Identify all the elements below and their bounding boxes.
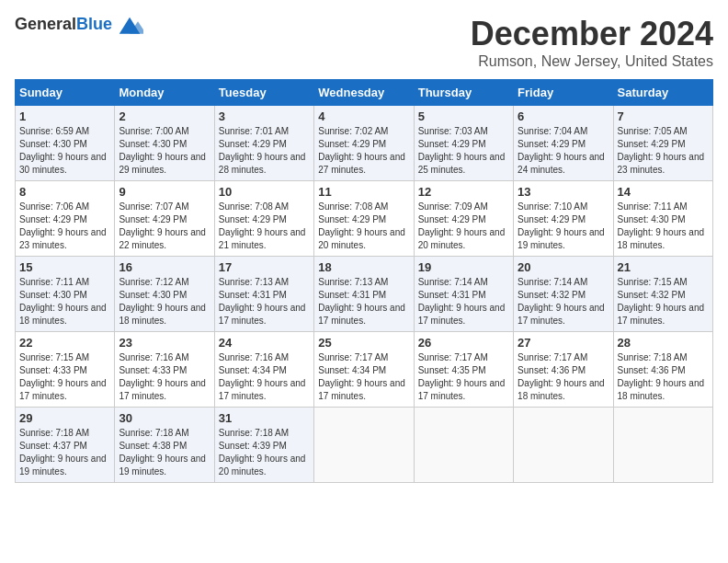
day-number: 24 [219, 336, 310, 350]
logo-icon [116, 16, 143, 34]
calendar-cell: 24Sunrise: 7:16 AMSunset: 4:34 PMDayligh… [214, 332, 313, 408]
day-number: 6 [518, 109, 609, 123]
calendar-cell: 28Sunrise: 7:18 AMSunset: 4:36 PMDayligh… [613, 332, 712, 408]
day-info: Sunrise: 7:14 AMSunset: 4:31 PMDaylight:… [418, 276, 509, 327]
calendar-cell: 5Sunrise: 7:03 AMSunset: 4:29 PMDaylight… [414, 106, 513, 181]
day-number: 25 [318, 336, 409, 350]
day-info: Sunrise: 7:05 AMSunset: 4:29 PMDaylight:… [618, 125, 709, 177]
day-info: Sunrise: 7:02 AMSunset: 4:29 PMDaylight:… [318, 125, 409, 177]
day-number: 11 [318, 185, 409, 199]
calendar-week-row: 1Sunrise: 6:59 AMSunset: 4:30 PMDaylight… [16, 106, 713, 181]
day-header: Saturday [613, 80, 712, 106]
logo: GeneralBlue [15, 15, 143, 34]
day-number: 19 [418, 260, 509, 274]
day-info: Sunrise: 7:07 AMSunset: 4:29 PMDaylight:… [119, 201, 210, 252]
day-number: 2 [119, 109, 210, 123]
logo-general: General [15, 15, 76, 33]
day-number: 31 [219, 411, 310, 425]
day-info: Sunrise: 7:15 AMSunset: 4:33 PMDaylight:… [19, 351, 110, 403]
day-info: Sunrise: 7:09 AMSunset: 4:29 PMDaylight:… [418, 201, 509, 252]
day-number: 28 [618, 336, 709, 350]
calendar-cell: 12Sunrise: 7:09 AMSunset: 4:29 PMDayligh… [414, 181, 513, 257]
day-number: 27 [518, 336, 609, 350]
calendar-cell: 14Sunrise: 7:11 AMSunset: 4:30 PMDayligh… [613, 181, 712, 257]
calendar-cell: 30Sunrise: 7:18 AMSunset: 4:38 PMDayligh… [115, 408, 214, 483]
day-info: Sunrise: 7:03 AMSunset: 4:29 PMDaylight:… [418, 125, 509, 177]
day-number: 18 [318, 260, 409, 274]
day-number: 5 [418, 109, 509, 123]
day-info: Sunrise: 7:00 AMSunset: 4:30 PMDaylight:… [119, 125, 210, 177]
day-number: 1 [19, 109, 110, 123]
calendar-cell: 13Sunrise: 7:10 AMSunset: 4:29 PMDayligh… [514, 181, 613, 257]
calendar-cell: 10Sunrise: 7:08 AMSunset: 4:29 PMDayligh… [214, 181, 313, 257]
calendar-cell: 4Sunrise: 7:02 AMSunset: 4:29 PMDaylight… [314, 106, 414, 181]
day-number: 13 [518, 185, 609, 199]
calendar-cell: 27Sunrise: 7:17 AMSunset: 4:36 PMDayligh… [514, 332, 613, 408]
day-number: 20 [518, 260, 609, 274]
day-info: Sunrise: 7:18 AMSunset: 4:37 PMDaylight:… [19, 427, 110, 478]
day-info: Sunrise: 7:14 AMSunset: 4:32 PMDaylight:… [518, 276, 609, 327]
day-info: Sunrise: 7:10 AMSunset: 4:29 PMDaylight:… [518, 201, 609, 252]
calendar-week-row: 29Sunrise: 7:18 AMSunset: 4:37 PMDayligh… [16, 408, 713, 483]
day-info: Sunrise: 7:18 AMSunset: 4:38 PMDaylight:… [119, 427, 210, 478]
calendar-cell: 1Sunrise: 6:59 AMSunset: 4:30 PMDaylight… [16, 106, 115, 181]
calendar-cell: 7Sunrise: 7:05 AMSunset: 4:29 PMDaylight… [613, 106, 712, 181]
calendar-cell: 31Sunrise: 7:18 AMSunset: 4:39 PMDayligh… [214, 408, 313, 483]
calendar-week-row: 15Sunrise: 7:11 AMSunset: 4:30 PMDayligh… [16, 257, 713, 332]
calendar-cell: 11Sunrise: 7:08 AMSunset: 4:29 PMDayligh… [314, 181, 414, 257]
day-info: Sunrise: 7:13 AMSunset: 4:31 PMDaylight:… [219, 276, 310, 327]
calendar-cell: 2Sunrise: 7:00 AMSunset: 4:30 PMDaylight… [115, 106, 214, 181]
calendar-cell [613, 408, 712, 483]
calendar-cell [414, 408, 513, 483]
day-number: 21 [618, 260, 709, 274]
calendar-cell: 22Sunrise: 7:15 AMSunset: 4:33 PMDayligh… [16, 332, 115, 408]
day-info: Sunrise: 7:11 AMSunset: 4:30 PMDaylight:… [618, 201, 709, 252]
logo-text: GeneralBlue [15, 15, 112, 34]
calendar-week-row: 22Sunrise: 7:15 AMSunset: 4:33 PMDayligh… [16, 332, 713, 408]
day-info: Sunrise: 7:16 AMSunset: 4:33 PMDaylight:… [119, 351, 210, 403]
calendar-week-row: 8Sunrise: 7:06 AMSunset: 4:29 PMDaylight… [16, 181, 713, 257]
day-info: Sunrise: 7:15 AMSunset: 4:32 PMDaylight:… [618, 276, 709, 327]
day-number: 4 [318, 109, 409, 123]
calendar-cell: 6Sunrise: 7:04 AMSunset: 4:29 PMDaylight… [514, 106, 613, 181]
day-number: 17 [219, 260, 310, 274]
day-info: Sunrise: 7:06 AMSunset: 4:29 PMDaylight:… [19, 201, 110, 252]
day-number: 23 [119, 336, 210, 350]
location-title: Rumson, New Jersey, United States [471, 53, 713, 70]
calendar-cell: 17Sunrise: 7:13 AMSunset: 4:31 PMDayligh… [214, 257, 313, 332]
day-header: Tuesday [214, 80, 313, 106]
day-info: Sunrise: 7:18 AMSunset: 4:36 PMDaylight:… [618, 351, 709, 403]
day-header: Wednesday [314, 80, 414, 106]
month-title: December 2024 [471, 15, 713, 53]
day-info: Sunrise: 7:08 AMSunset: 4:29 PMDaylight:… [219, 201, 310, 252]
day-info: Sunrise: 7:16 AMSunset: 4:34 PMDaylight:… [219, 351, 310, 403]
day-info: Sunrise: 7:12 AMSunset: 4:30 PMDaylight:… [119, 276, 210, 327]
logo-blue: Blue [76, 15, 112, 33]
calendar-cell: 29Sunrise: 7:18 AMSunset: 4:37 PMDayligh… [16, 408, 115, 483]
day-info: Sunrise: 7:18 AMSunset: 4:39 PMDaylight:… [219, 427, 310, 478]
day-number: 15 [19, 260, 110, 274]
calendar-table: SundayMondayTuesdayWednesdayThursdayFrid… [15, 79, 713, 483]
day-number: 16 [119, 260, 210, 274]
day-header: Monday [115, 80, 214, 106]
calendar-cell: 25Sunrise: 7:17 AMSunset: 4:34 PMDayligh… [314, 332, 414, 408]
day-info: Sunrise: 7:17 AMSunset: 4:36 PMDaylight:… [518, 351, 609, 403]
day-header: Sunday [16, 80, 115, 106]
day-number: 9 [119, 185, 210, 199]
calendar-cell: 15Sunrise: 7:11 AMSunset: 4:30 PMDayligh… [16, 257, 115, 332]
day-info: Sunrise: 6:59 AMSunset: 4:30 PMDaylight:… [19, 125, 110, 177]
day-number: 10 [219, 185, 310, 199]
calendar-cell: 3Sunrise: 7:01 AMSunset: 4:29 PMDaylight… [214, 106, 313, 181]
day-number: 22 [19, 336, 110, 350]
day-info: Sunrise: 7:17 AMSunset: 4:34 PMDaylight:… [318, 351, 409, 403]
calendar-cell: 16Sunrise: 7:12 AMSunset: 4:30 PMDayligh… [115, 257, 214, 332]
day-info: Sunrise: 7:11 AMSunset: 4:30 PMDaylight:… [19, 276, 110, 327]
day-info: Sunrise: 7:01 AMSunset: 4:29 PMDaylight:… [219, 125, 310, 177]
calendar-cell [314, 408, 414, 483]
day-number: 14 [618, 185, 709, 199]
day-info: Sunrise: 7:08 AMSunset: 4:29 PMDaylight:… [318, 201, 409, 252]
calendar-cell: 9Sunrise: 7:07 AMSunset: 4:29 PMDaylight… [115, 181, 214, 257]
calendar-cell: 21Sunrise: 7:15 AMSunset: 4:32 PMDayligh… [613, 257, 712, 332]
day-header: Thursday [414, 80, 513, 106]
calendar-cell: 19Sunrise: 7:14 AMSunset: 4:31 PMDayligh… [414, 257, 513, 332]
